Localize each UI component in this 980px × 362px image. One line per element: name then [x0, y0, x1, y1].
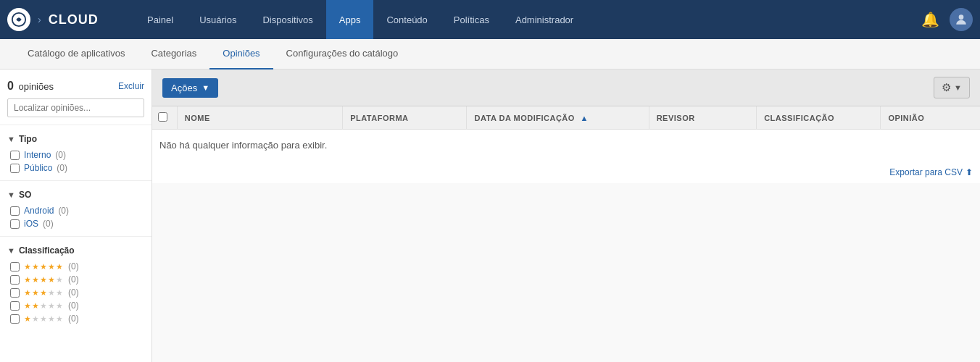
- sub-navigation: Catálogo de aplicativos Categorias Opini…: [0, 39, 980, 70]
- gear-button[interactable]: ⚙ ▼: [934, 77, 970, 98]
- notification-icon[interactable]: 🔔: [921, 11, 939, 28]
- ios-checkbox[interactable]: [10, 219, 20, 229]
- th-data[interactable]: DATA DA MODIFICAÇÃO ▲: [467, 106, 649, 130]
- stars4-checkbox[interactable]: [10, 301, 20, 311]
- stars1-count: (0): [68, 261, 79, 272]
- th-checkbox: [152, 106, 177, 130]
- nav-conteudo[interactable]: Conteúdo: [373, 0, 440, 39]
- acoes-button[interactable]: Ações ▼: [162, 78, 218, 98]
- filter-ios: iOS (0): [7, 217, 144, 230]
- page-content: 0 opiniões Excluir ▼ Tipo Interno (0) Pú…: [0, 70, 980, 362]
- nav-dispositivos[interactable]: Dispositivos: [249, 0, 325, 39]
- export-row: Exportar para CSV ⬆: [152, 161, 980, 183]
- nav-right-icons: 🔔: [921, 8, 973, 31]
- interno-count: (0): [55, 150, 66, 160]
- ios-count: (0): [43, 219, 54, 229]
- no-data-row: Não há qualquer informação para exibir.: [152, 130, 980, 161]
- count-number: 0: [7, 80, 14, 92]
- publico-label: Público: [24, 163, 52, 173]
- publico-checkbox[interactable]: [10, 164, 20, 173]
- cloud-label: CLOUD: [49, 12, 99, 28]
- excluir-button[interactable]: Excluir: [118, 81, 144, 91]
- divider-2: [0, 180, 151, 181]
- stars1-icon: ★★★★★: [24, 262, 64, 272]
- filter-stars-3: ★★★★★ (0): [7, 286, 144, 299]
- filter-interno: Interno (0): [7, 148, 144, 161]
- logo-icon[interactable]: [7, 8, 30, 31]
- nav-apps[interactable]: Apps: [326, 0, 374, 39]
- stars4-count: (0): [68, 300, 79, 311]
- main-toolbar: Ações ▼ ⚙ ▼: [152, 70, 980, 106]
- sidebar-section-classificacao: ▼ Classificação ★★★★★ (0) ★★★★★ (0) ★★★★…: [0, 240, 151, 328]
- data-table: NOME PLATAFORMA DATA DA MODIFICAÇÃO ▲ RE…: [152, 106, 980, 183]
- tipo-arrow-icon: ▼: [7, 135, 15, 143]
- th-classificacao[interactable]: CLASSIFICAÇÃO: [757, 106, 881, 130]
- table-container: NOME PLATAFORMA DATA DA MODIFICAÇÃO ▲ RE…: [152, 106, 980, 362]
- interno-checkbox[interactable]: [10, 151, 20, 160]
- publico-count: (0): [57, 163, 67, 173]
- section-tipo-title[interactable]: ▼ Tipo: [7, 134, 144, 144]
- acoes-arrow-icon: ▼: [202, 83, 209, 92]
- sort-arrow-icon: ▲: [580, 114, 588, 122]
- export-cell: Exportar para CSV ⬆: [152, 161, 980, 183]
- filter-publico: Público (0): [7, 161, 144, 174]
- stars1-checkbox[interactable]: [10, 262, 20, 272]
- section-classificacao-title[interactable]: ▼ Classificação: [7, 245, 144, 256]
- so-label: SO: [19, 190, 31, 200]
- subnav-categorias[interactable]: Categorias: [138, 39, 209, 70]
- gear-arrow-icon: ▼: [954, 83, 962, 92]
- so-arrow-icon: ▼: [7, 190, 15, 199]
- subnav-opinioes[interactable]: Opiniões: [209, 39, 273, 70]
- stars4-icon: ★★★★★: [24, 301, 64, 311]
- nav-administrador[interactable]: Administrador: [502, 0, 586, 39]
- top-navigation: › CLOUD Painel Usuários Dispositivos App…: [0, 0, 980, 39]
- select-all-checkbox[interactable]: [158, 112, 167, 122]
- subnav-configuracoes[interactable]: Configurações do catálogo: [273, 39, 412, 70]
- divider-3: [0, 236, 151, 237]
- android-label: Android: [24, 206, 54, 216]
- opinioes-count: 0 opiniões: [7, 80, 54, 93]
- stars2-checkbox[interactable]: [10, 275, 20, 285]
- th-revisor[interactable]: REVISOR: [649, 106, 756, 130]
- nav-usuarios[interactable]: Usuários: [186, 0, 249, 39]
- classificacao-arrow-icon: ▼: [7, 246, 15, 255]
- stars3-checkbox[interactable]: [10, 288, 20, 298]
- stars5-icon: ★★★★★: [24, 314, 64, 324]
- stars5-count: (0): [68, 313, 79, 324]
- th-opiniao[interactable]: OPINIÃO: [881, 106, 980, 130]
- android-count: (0): [58, 206, 69, 216]
- stars5-checkbox[interactable]: [10, 314, 20, 324]
- filter-stars-5: ★★★★★ (0): [7, 312, 144, 325]
- gear-icon: ⚙: [942, 81, 951, 94]
- export-label: Exportar para CSV: [889, 167, 963, 177]
- th-plataforma[interactable]: PLATAFORMA: [343, 106, 467, 130]
- android-checkbox[interactable]: [10, 206, 20, 216]
- stars3-icon: ★★★★★: [24, 288, 64, 298]
- search-input[interactable]: [7, 98, 144, 117]
- divider-1: [0, 125, 151, 125]
- stars3-count: (0): [68, 287, 79, 298]
- user-avatar[interactable]: [950, 8, 973, 31]
- stars2-count: (0): [68, 274, 79, 285]
- acoes-label: Ações: [171, 83, 197, 93]
- sidebar-header: 0 opiniões Excluir: [0, 77, 151, 98]
- export-csv-link[interactable]: Exportar para CSV ⬆: [889, 167, 973, 177]
- interno-label: Interno: [24, 150, 51, 160]
- main-content: Ações ▼ ⚙ ▼ NOME: [152, 70, 980, 362]
- nav-politicas[interactable]: Políticas: [441, 0, 502, 39]
- search-area: [7, 98, 144, 117]
- sidebar: 0 opiniões Excluir ▼ Tipo Interno (0) Pú…: [0, 70, 152, 362]
- classificacao-label: Classificação: [19, 245, 75, 256]
- filter-android: Android (0): [7, 204, 144, 217]
- section-so-title[interactable]: ▼ SO: [7, 190, 144, 200]
- filter-stars-1: ★★★★★ (0): [7, 260, 144, 273]
- filter-stars-2: ★★★★★ (0): [7, 273, 144, 286]
- nav-painel[interactable]: Painel: [134, 0, 186, 39]
- breadcrumb-chevron: ›: [38, 14, 41, 25]
- stars2-icon: ★★★★★: [24, 275, 64, 285]
- subnav-catalogo[interactable]: Catálogo de aplicativos: [14, 39, 138, 70]
- th-nome[interactable]: NOME: [177, 106, 342, 130]
- sidebar-section-so: ▼ SO Android (0) iOS (0): [0, 184, 151, 233]
- export-icon: ⬆: [966, 167, 973, 177]
- filter-stars-4: ★★★★★ (0): [7, 299, 144, 312]
